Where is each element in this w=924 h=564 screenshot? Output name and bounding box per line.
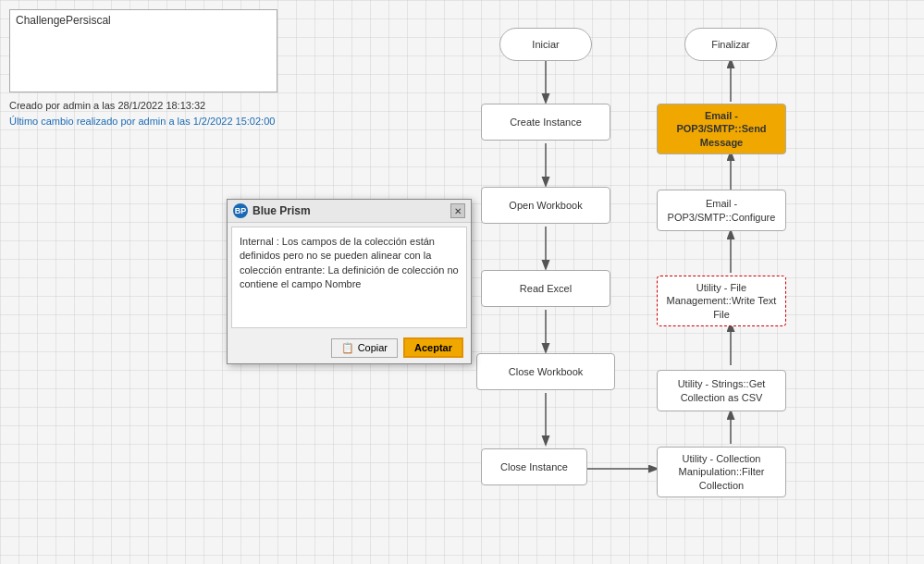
node-close-workbook[interactable]: Close Workbook	[476, 353, 615, 390]
title-box: ChallengePersiscal	[9, 9, 277, 92]
node-open-workbook[interactable]: Open Workbook	[481, 187, 610, 224]
node-create-instance[interactable]: Create Instance	[481, 104, 610, 141]
node-email-configure[interactable]: Email - POP3/SMTP::Configure	[657, 190, 786, 231]
accept-button[interactable]: Aceptar	[403, 337, 463, 358]
blue-prism-icon: BP	[233, 203, 248, 218]
last-changed: Último cambio realizado por admin a las …	[9, 114, 287, 129]
node-utility-strings[interactable]: Utility - Strings::Get Collection as CSV	[657, 370, 786, 411]
dialog: BP Blue Prism ✕ Internal : Los campos de…	[227, 199, 472, 364]
workbook-title: ChallengePersiscal	[16, 14, 111, 27]
dialog-close-button[interactable]: ✕	[450, 203, 465, 218]
flowchart: Iniciar Create Instance Open Workbook Re…	[444, 0, 924, 564]
node-open-workbook-label: Open Workbook	[509, 199, 582, 212]
copy-label: Copiar	[358, 342, 388, 353]
dialog-message: Internal : Los campos de la colección es…	[240, 236, 459, 289]
copy-button[interactable]: 📋 Copiar	[331, 338, 398, 358]
node-email-send-label: Email - POP3/SMTP::Send Message	[661, 109, 782, 149]
node-utility-collection-label: Utility - Collection Manipulation::Filte…	[661, 452, 782, 492]
node-email-send[interactable]: Email - POP3/SMTP::Send Message	[657, 104, 786, 154]
node-read-excel[interactable]: Read Excel	[481, 270, 610, 307]
node-iniciar-label: Iniciar	[532, 38, 559, 51]
node-email-configure-label: Email - POP3/SMTP::Configure	[661, 197, 782, 224]
node-close-instance-label: Close Instance	[500, 460, 568, 473]
node-utility-file[interactable]: Utility - File Management::Write Text Fi…	[657, 276, 786, 326]
node-utility-collection[interactable]: Utility - Collection Manipulation::Filte…	[657, 447, 786, 497]
info-text: Creado por admin a las 28/1/2022 18:13:3…	[9, 98, 287, 129]
dialog-title-text: Blue Prism	[253, 204, 311, 217]
node-close-workbook-label: Close Workbook	[509, 365, 584, 378]
dialog-body: Internal : Los campos de la colección es…	[231, 227, 467, 328]
copy-icon: 📋	[341, 342, 354, 354]
accept-label: Aceptar	[414, 342, 452, 353]
node-close-instance[interactable]: Close Instance	[481, 448, 587, 485]
node-iniciar[interactable]: Iniciar	[499, 28, 592, 61]
node-finalizar-label: Finalizar	[711, 38, 750, 51]
dialog-title-left: BP Blue Prism	[233, 203, 311, 218]
node-utility-strings-label: Utility - Strings::Get Collection as CSV	[661, 377, 782, 404]
node-read-excel-label: Read Excel	[520, 282, 572, 295]
dialog-footer: 📋 Copiar Aceptar	[228, 332, 471, 363]
node-create-instance-label: Create Instance	[510, 116, 582, 129]
dialog-titlebar: BP Blue Prism ✕	[228, 200, 471, 223]
node-utility-file-label: Utility - File Management::Write Text Fi…	[661, 281, 782, 321]
node-finalizar[interactable]: Finalizar	[684, 28, 777, 61]
created-by: Creado por admin a las 28/1/2022 18:13:3…	[9, 98, 287, 114]
info-panel: ChallengePersiscal Creado por admin a la…	[9, 9, 287, 129]
